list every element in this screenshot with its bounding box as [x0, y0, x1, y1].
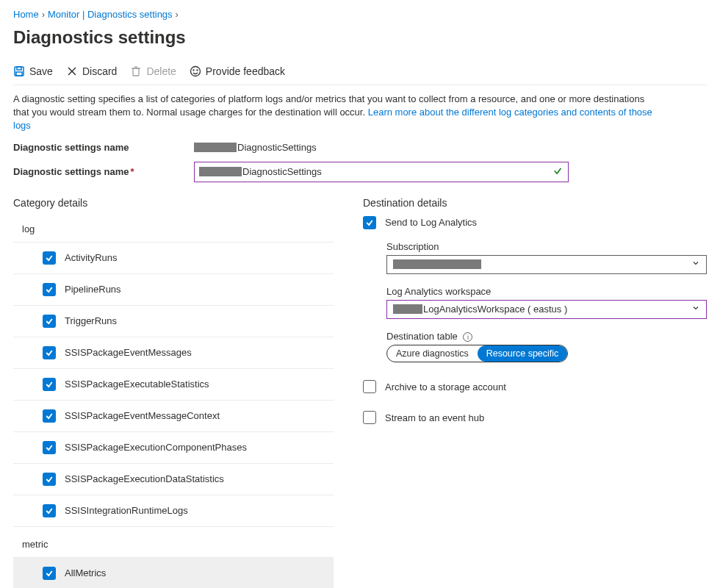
category-label: PipelineRuns [65, 284, 121, 295]
workspace-label: Log Analytics workspace [386, 286, 707, 297]
smiley-icon [190, 65, 201, 77]
feedback-button[interactable]: Provide feedback [190, 65, 285, 77]
category-label: SSISPackageExecutableStatistics [65, 379, 209, 390]
stream-checkbox[interactable] [363, 411, 376, 424]
category-label: SSISPackageExecutionComponentPhases [65, 442, 247, 453]
settings-name-req-label: Diagnostic settings name* [13, 166, 194, 177]
category-label: ActivityRuns [65, 252, 118, 263]
breadcrumb-home[interactable]: Home [13, 9, 39, 20]
category-label: SSISIntegrationRuntimeLogs [65, 505, 188, 516]
metric-group-header: metric [13, 531, 334, 558]
category-row: SSISIntegrationRuntimeLogs [13, 495, 334, 527]
category-row: SSISPackageExecutableStatistics [13, 369, 334, 401]
delete-button: Delete [130, 65, 176, 77]
chevron-right-icon: › [176, 9, 179, 20]
archive-checkbox[interactable] [363, 380, 376, 393]
delete-label: Delete [146, 65, 176, 77]
category-checkbox[interactable] [43, 567, 56, 580]
category-details-header: Category details [13, 197, 334, 209]
svg-point-9 [193, 70, 194, 71]
workspace-value: LogAnalyticsWorkspace ( eastus ) [423, 304, 567, 315]
destination-details-header: Destination details [363, 197, 707, 209]
redacted-block [199, 167, 242, 176]
page-title: Diagnostics settings [13, 27, 707, 48]
pill-resource-specific[interactable]: Resource specific [478, 345, 568, 362]
svg-point-8 [190, 67, 200, 76]
category-checkbox[interactable] [43, 473, 56, 486]
category-label: AllMetrics [65, 567, 106, 578]
discard-label: Discard [82, 65, 117, 77]
category-checkbox[interactable] [43, 251, 56, 265]
category-row: PipelineRuns [13, 274, 334, 306]
breadcrumb-monitor[interactable]: Monitor | Diagnostics settings [48, 9, 173, 20]
category-label: TriggerRuns [65, 315, 117, 326]
info-icon[interactable]: i [463, 332, 472, 342]
chevron-right-icon: › [42, 9, 45, 20]
category-checkbox[interactable] [43, 315, 56, 328]
destination-table-label: Destination table i [386, 331, 707, 343]
category-checkbox[interactable] [43, 346, 56, 359]
category-label: SSISPackageEventMessages [65, 347, 192, 358]
send-to-log-analytics-checkbox[interactable] [363, 216, 376, 229]
svg-rect-1 [17, 67, 21, 70]
chevron-down-icon [691, 259, 700, 270]
settings-name-suffix: DiagnosticSettings [237, 142, 317, 153]
feedback-label: Provide feedback [206, 65, 285, 77]
category-row: SSISPackageExecutionComponentPhases [13, 432, 334, 464]
log-group-header: log [13, 216, 334, 243]
send-to-log-analytics-label: Send to Log Analytics [385, 217, 477, 228]
toolbar: Save Discard Delete Provide feedback [13, 61, 707, 85]
category-checkbox[interactable] [43, 378, 56, 391]
workspace-select[interactable]: LogAnalyticsWorkspace ( eastus ) [386, 300, 707, 319]
subscription-label: Subscription [386, 241, 707, 252]
category-row: SSISPackageExecutionDataStatistics [13, 464, 334, 495]
svg-rect-2 [16, 72, 22, 76]
category-label: SSISPackageExecutionDataStatistics [65, 473, 224, 484]
redacted-block [393, 259, 481, 269]
category-label: SSISPackageEventMessageContext [65, 410, 220, 421]
svg-point-10 [197, 70, 198, 71]
save-icon [13, 65, 25, 77]
redacted-block [393, 304, 422, 314]
close-icon [66, 65, 78, 77]
category-row: ActivityRuns [13, 243, 334, 274]
chevron-down-icon [691, 304, 700, 315]
archive-label: Archive to a storage account [385, 381, 506, 392]
settings-name-label: Diagnostic settings name [13, 142, 194, 153]
svg-rect-5 [133, 68, 139, 76]
category-checkbox[interactable] [43, 283, 56, 296]
save-label: Save [29, 65, 53, 77]
redacted-block [194, 143, 237, 152]
discard-button[interactable]: Discard [66, 65, 117, 77]
category-row: SSISPackageEventMessages [13, 337, 334, 369]
breadcrumb: Home › Monitor | Diagnostics settings › [13, 9, 707, 20]
settings-name-input-suffix: DiagnosticSettings [242, 166, 322, 177]
stream-label: Stream to an event hub [385, 412, 484, 423]
subscription-select[interactable] [386, 255, 707, 274]
category-row: TriggerRuns [13, 306, 334, 337]
category-row: SSISPackageEventMessageContext [13, 401, 334, 432]
category-checkbox[interactable] [43, 409, 56, 423]
check-icon [552, 165, 563, 178]
category-checkbox[interactable] [43, 441, 56, 454]
pill-azure-diagnostics[interactable]: Azure diagnostics [387, 345, 478, 362]
settings-name-input[interactable]: DiagnosticSettings [194, 162, 569, 182]
category-row: AllMetrics [13, 558, 334, 588]
settings-name-value: DiagnosticSettings [194, 142, 317, 153]
save-button[interactable]: Save [13, 65, 53, 77]
destination-table-toggle: Azure diagnostics Resource specific [386, 345, 568, 362]
page-description: A diagnostic setting specifies a list of… [13, 93, 660, 133]
trash-icon [130, 65, 142, 77]
category-checkbox[interactable] [43, 504, 56, 517]
